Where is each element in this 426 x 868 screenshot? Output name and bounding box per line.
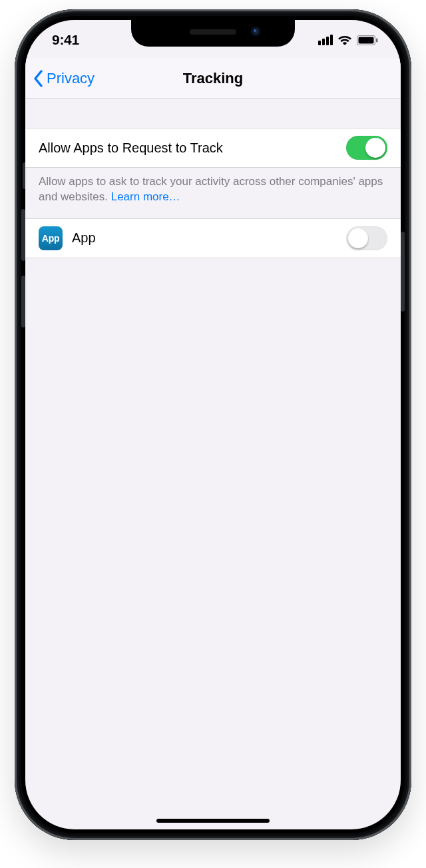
row-allow-label: Allow Apps to Request to Track bbox=[39, 140, 346, 156]
phone-screen: 9:41 bbox=[25, 20, 401, 829]
wifi-icon bbox=[337, 35, 352, 45]
side-button bbox=[401, 232, 405, 312]
svg-rect-2 bbox=[376, 38, 378, 42]
toggle-app-tracking[interactable] bbox=[346, 226, 387, 250]
home-indicator[interactable] bbox=[156, 819, 270, 823]
settings-content: Allow Apps to Request to Track Allow app… bbox=[25, 99, 401, 829]
row-allow-request-to-track: Allow Apps to Request to Track bbox=[25, 128, 401, 168]
learn-more-link[interactable]: Learn more… bbox=[111, 190, 180, 203]
notch bbox=[131, 20, 295, 47]
svg-rect-1 bbox=[359, 37, 374, 43]
app-icon: App bbox=[39, 226, 63, 250]
cell-signal-icon bbox=[318, 35, 333, 45]
back-button[interactable]: Privacy bbox=[33, 70, 95, 87]
toggle-allow-request-to-track[interactable] bbox=[346, 136, 387, 160]
section-footer: Allow apps to ask to track your activity… bbox=[25, 168, 401, 218]
row-app-tracking: AppApp bbox=[25, 218, 401, 258]
back-label: Privacy bbox=[47, 70, 95, 87]
speaker-grille bbox=[190, 29, 236, 35]
battery-icon bbox=[357, 35, 378, 45]
app-name-label: App bbox=[72, 230, 346, 246]
footer-text: Allow apps to ask to track your activity… bbox=[39, 175, 383, 203]
status-time: 9:41 bbox=[52, 32, 79, 48]
nav-bar: Privacy Tracking bbox=[25, 59, 401, 99]
front-camera bbox=[251, 27, 260, 36]
chevron-left-icon bbox=[33, 70, 44, 87]
phone-frame: 9:41 bbox=[15, 9, 411, 840]
